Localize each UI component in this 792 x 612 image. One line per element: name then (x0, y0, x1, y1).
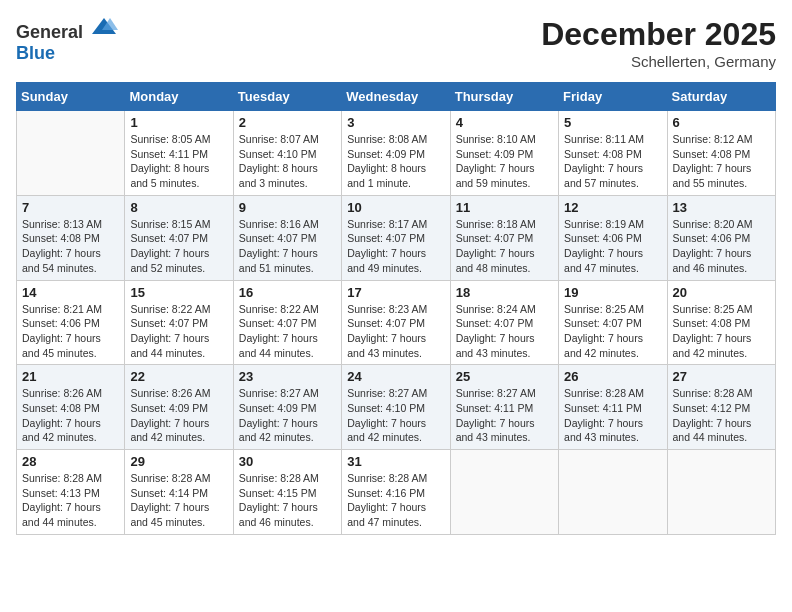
cell-info: Sunrise: 8:11 AMSunset: 4:08 PMDaylight:… (564, 132, 661, 191)
calendar-cell: 22Sunrise: 8:26 AMSunset: 4:09 PMDayligh… (125, 365, 233, 450)
day-number: 29 (130, 454, 227, 469)
day-number: 9 (239, 200, 336, 215)
calendar-cell: 5Sunrise: 8:11 AMSunset: 4:08 PMDaylight… (559, 111, 667, 196)
day-number: 13 (673, 200, 770, 215)
calendar-header-row: SundayMondayTuesdayWednesdayThursdayFrid… (17, 83, 776, 111)
day-number: 18 (456, 285, 553, 300)
cell-info: Sunrise: 8:26 AMSunset: 4:09 PMDaylight:… (130, 386, 227, 445)
calendar-cell: 21Sunrise: 8:26 AMSunset: 4:08 PMDayligh… (17, 365, 125, 450)
calendar-cell: 15Sunrise: 8:22 AMSunset: 4:07 PMDayligh… (125, 280, 233, 365)
header-tuesday: Tuesday (233, 83, 341, 111)
cell-info: Sunrise: 8:26 AMSunset: 4:08 PMDaylight:… (22, 386, 119, 445)
cell-info: Sunrise: 8:28 AMSunset: 4:13 PMDaylight:… (22, 471, 119, 530)
header-wednesday: Wednesday (342, 83, 450, 111)
day-number: 1 (130, 115, 227, 130)
calendar-cell: 14Sunrise: 8:21 AMSunset: 4:06 PMDayligh… (17, 280, 125, 365)
calendar-cell: 23Sunrise: 8:27 AMSunset: 4:09 PMDayligh… (233, 365, 341, 450)
calendar-cell: 7Sunrise: 8:13 AMSunset: 4:08 PMDaylight… (17, 195, 125, 280)
cell-info: Sunrise: 8:24 AMSunset: 4:07 PMDaylight:… (456, 302, 553, 361)
calendar-cell: 31Sunrise: 8:28 AMSunset: 4:16 PMDayligh… (342, 450, 450, 535)
cell-info: Sunrise: 8:15 AMSunset: 4:07 PMDaylight:… (130, 217, 227, 276)
calendar-cell: 1Sunrise: 8:05 AMSunset: 4:11 PMDaylight… (125, 111, 233, 196)
cell-info: Sunrise: 8:25 AMSunset: 4:08 PMDaylight:… (673, 302, 770, 361)
day-number: 17 (347, 285, 444, 300)
cell-info: Sunrise: 8:18 AMSunset: 4:07 PMDaylight:… (456, 217, 553, 276)
calendar-cell: 4Sunrise: 8:10 AMSunset: 4:09 PMDaylight… (450, 111, 558, 196)
day-number: 3 (347, 115, 444, 130)
calendar-cell (450, 450, 558, 535)
calendar-cell (17, 111, 125, 196)
cell-info: Sunrise: 8:08 AMSunset: 4:09 PMDaylight:… (347, 132, 444, 191)
calendar-cell: 8Sunrise: 8:15 AMSunset: 4:07 PMDaylight… (125, 195, 233, 280)
calendar-cell: 27Sunrise: 8:28 AMSunset: 4:12 PMDayligh… (667, 365, 775, 450)
calendar-week-row: 21Sunrise: 8:26 AMSunset: 4:08 PMDayligh… (17, 365, 776, 450)
cell-info: Sunrise: 8:13 AMSunset: 4:08 PMDaylight:… (22, 217, 119, 276)
calendar-cell: 20Sunrise: 8:25 AMSunset: 4:08 PMDayligh… (667, 280, 775, 365)
day-number: 8 (130, 200, 227, 215)
cell-info: Sunrise: 8:28 AMSunset: 4:16 PMDaylight:… (347, 471, 444, 530)
day-number: 23 (239, 369, 336, 384)
cell-info: Sunrise: 8:17 AMSunset: 4:07 PMDaylight:… (347, 217, 444, 276)
calendar-cell: 9Sunrise: 8:16 AMSunset: 4:07 PMDaylight… (233, 195, 341, 280)
calendar-cell: 25Sunrise: 8:27 AMSunset: 4:11 PMDayligh… (450, 365, 558, 450)
logo-general: General (16, 22, 83, 42)
cell-info: Sunrise: 8:27 AMSunset: 4:10 PMDaylight:… (347, 386, 444, 445)
cell-info: Sunrise: 8:20 AMSunset: 4:06 PMDaylight:… (673, 217, 770, 276)
logo-icon (90, 16, 118, 38)
day-number: 14 (22, 285, 119, 300)
calendar-cell (559, 450, 667, 535)
page-header: General Blue December 2025 Schellerten, … (16, 16, 776, 70)
calendar-cell: 13Sunrise: 8:20 AMSunset: 4:06 PMDayligh… (667, 195, 775, 280)
calendar-cell: 30Sunrise: 8:28 AMSunset: 4:15 PMDayligh… (233, 450, 341, 535)
header-sunday: Sunday (17, 83, 125, 111)
day-number: 6 (673, 115, 770, 130)
cell-info: Sunrise: 8:27 AMSunset: 4:09 PMDaylight:… (239, 386, 336, 445)
day-number: 7 (22, 200, 119, 215)
logo: General Blue (16, 16, 118, 64)
calendar-cell: 18Sunrise: 8:24 AMSunset: 4:07 PMDayligh… (450, 280, 558, 365)
day-number: 25 (456, 369, 553, 384)
day-number: 4 (456, 115, 553, 130)
day-number: 22 (130, 369, 227, 384)
header-friday: Friday (559, 83, 667, 111)
day-number: 10 (347, 200, 444, 215)
cell-info: Sunrise: 8:28 AMSunset: 4:11 PMDaylight:… (564, 386, 661, 445)
cell-info: Sunrise: 8:16 AMSunset: 4:07 PMDaylight:… (239, 217, 336, 276)
calendar-cell: 6Sunrise: 8:12 AMSunset: 4:08 PMDaylight… (667, 111, 775, 196)
calendar-week-row: 14Sunrise: 8:21 AMSunset: 4:06 PMDayligh… (17, 280, 776, 365)
calendar-cell: 11Sunrise: 8:18 AMSunset: 4:07 PMDayligh… (450, 195, 558, 280)
cell-info: Sunrise: 8:28 AMSunset: 4:15 PMDaylight:… (239, 471, 336, 530)
header-saturday: Saturday (667, 83, 775, 111)
calendar-week-row: 28Sunrise: 8:28 AMSunset: 4:13 PMDayligh… (17, 450, 776, 535)
logo-blue: Blue (16, 43, 55, 63)
calendar-week-row: 7Sunrise: 8:13 AMSunset: 4:08 PMDaylight… (17, 195, 776, 280)
calendar-cell: 19Sunrise: 8:25 AMSunset: 4:07 PMDayligh… (559, 280, 667, 365)
day-number: 21 (22, 369, 119, 384)
calendar-cell: 12Sunrise: 8:19 AMSunset: 4:06 PMDayligh… (559, 195, 667, 280)
header-thursday: Thursday (450, 83, 558, 111)
day-number: 15 (130, 285, 227, 300)
calendar-cell: 10Sunrise: 8:17 AMSunset: 4:07 PMDayligh… (342, 195, 450, 280)
calendar-cell: 2Sunrise: 8:07 AMSunset: 4:10 PMDaylight… (233, 111, 341, 196)
cell-info: Sunrise: 8:28 AMSunset: 4:12 PMDaylight:… (673, 386, 770, 445)
cell-info: Sunrise: 8:19 AMSunset: 4:06 PMDaylight:… (564, 217, 661, 276)
day-number: 11 (456, 200, 553, 215)
calendar-cell: 17Sunrise: 8:23 AMSunset: 4:07 PMDayligh… (342, 280, 450, 365)
calendar-table: SundayMondayTuesdayWednesdayThursdayFrid… (16, 82, 776, 535)
cell-info: Sunrise: 8:22 AMSunset: 4:07 PMDaylight:… (239, 302, 336, 361)
month-year-title: December 2025 (541, 16, 776, 53)
cell-info: Sunrise: 8:05 AMSunset: 4:11 PMDaylight:… (130, 132, 227, 191)
day-number: 20 (673, 285, 770, 300)
cell-info: Sunrise: 8:21 AMSunset: 4:06 PMDaylight:… (22, 302, 119, 361)
calendar-cell: 28Sunrise: 8:28 AMSunset: 4:13 PMDayligh… (17, 450, 125, 535)
day-number: 2 (239, 115, 336, 130)
calendar-week-row: 1Sunrise: 8:05 AMSunset: 4:11 PMDaylight… (17, 111, 776, 196)
cell-info: Sunrise: 8:25 AMSunset: 4:07 PMDaylight:… (564, 302, 661, 361)
calendar-cell (667, 450, 775, 535)
day-number: 24 (347, 369, 444, 384)
calendar-cell: 24Sunrise: 8:27 AMSunset: 4:10 PMDayligh… (342, 365, 450, 450)
calendar-cell: 26Sunrise: 8:28 AMSunset: 4:11 PMDayligh… (559, 365, 667, 450)
day-number: 30 (239, 454, 336, 469)
title-block: December 2025 Schellerten, Germany (541, 16, 776, 70)
cell-info: Sunrise: 8:23 AMSunset: 4:07 PMDaylight:… (347, 302, 444, 361)
